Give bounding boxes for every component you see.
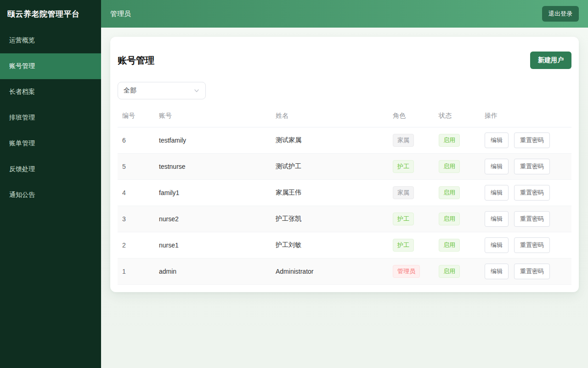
role-badge: 护工 bbox=[393, 239, 414, 252]
sidebar-item-7[interactable]: 通知公告 bbox=[0, 182, 101, 208]
role-filter-value: 全部 bbox=[124, 86, 136, 95]
cell-account: admin bbox=[154, 259, 271, 285]
role-badge: 家属 bbox=[393, 134, 414, 147]
edit-button[interactable]: 编辑 bbox=[485, 185, 509, 201]
column-header: 操作 bbox=[480, 105, 571, 127]
cell-id: 2 bbox=[118, 232, 154, 259]
cell-status: 启用 bbox=[434, 206, 480, 232]
accounts-table: 编号账号姓名角色状态操作 6testfamily测试家属家属启用编辑重置密码5t… bbox=[118, 105, 571, 285]
sidebar-item-5[interactable]: 账单管理 bbox=[0, 131, 101, 156]
filter-row: 全部 bbox=[118, 82, 571, 99]
cell-status: 启用 bbox=[434, 232, 480, 259]
table-row: 2nurse1护工刘敏护工启用编辑重置密码 bbox=[118, 232, 571, 259]
cell-actions: 编辑重置密码 bbox=[480, 180, 571, 206]
status-badge: 启用 bbox=[439, 134, 460, 147]
cell-status: 启用 bbox=[434, 259, 480, 285]
status-badge: 启用 bbox=[439, 213, 460, 225]
cell-status: 启用 bbox=[434, 154, 480, 180]
cell-account: testfamily bbox=[154, 127, 271, 154]
column-header: 姓名 bbox=[271, 105, 388, 127]
cell-name: 测试护工 bbox=[271, 154, 388, 180]
table-row: 6testfamily测试家属家属启用编辑重置密码 bbox=[118, 127, 571, 154]
cell-actions: 编辑重置密码 bbox=[480, 154, 571, 180]
table-row: 4family1家属王伟家属启用编辑重置密码 bbox=[118, 180, 571, 206]
column-header: 角色 bbox=[388, 105, 434, 127]
reset-password-button[interactable]: 重置密码 bbox=[514, 237, 550, 253]
status-badge: 启用 bbox=[439, 239, 460, 252]
status-badge: 启用 bbox=[439, 265, 460, 278]
reset-password-button[interactable]: 重置密码 bbox=[514, 132, 550, 148]
reset-password-button[interactable]: 重置密码 bbox=[514, 159, 550, 174]
cell-id: 5 bbox=[118, 154, 154, 180]
main-panel: 账号管理 新建用户 全部 bbox=[101, 28, 588, 368]
reset-password-button[interactable]: 重置密码 bbox=[514, 185, 550, 201]
status-badge: 启用 bbox=[439, 160, 460, 173]
cell-role: 护工 bbox=[388, 232, 434, 259]
column-header: 编号 bbox=[118, 105, 154, 127]
cell-name: 家属王伟 bbox=[271, 180, 388, 206]
cell-role: 护工 bbox=[388, 154, 434, 180]
sidebar-item-4[interactable]: 排班管理 bbox=[0, 105, 101, 131]
role-badge: 家属 bbox=[393, 186, 414, 199]
cell-actions: 编辑重置密码 bbox=[480, 232, 571, 259]
edit-button[interactable]: 编辑 bbox=[485, 159, 509, 174]
edit-button[interactable]: 编辑 bbox=[485, 132, 509, 148]
table-row: 3nurse2护工张凯护工启用编辑重置密码 bbox=[118, 206, 571, 232]
cell-role: 护工 bbox=[388, 206, 434, 232]
content-area: 管理员 退出登录 账号管理 新建用户 全部 bbox=[101, 0, 588, 368]
account-management-card: 账号管理 新建用户 全部 bbox=[110, 37, 579, 292]
cell-status: 启用 bbox=[434, 180, 480, 206]
page-title: 账号管理 bbox=[118, 54, 154, 67]
cell-account: family1 bbox=[154, 180, 271, 206]
cell-status: 启用 bbox=[434, 127, 480, 154]
cell-account: nurse1 bbox=[154, 232, 271, 259]
cell-actions: 编辑重置密码 bbox=[480, 259, 571, 285]
role-badge: 护工 bbox=[393, 213, 414, 225]
logout-button[interactable]: 退出登录 bbox=[542, 6, 579, 22]
table-header: 编号账号姓名角色状态操作 bbox=[118, 105, 571, 127]
cell-role: 家属 bbox=[388, 180, 434, 206]
edit-button[interactable]: 编辑 bbox=[485, 211, 509, 227]
app-title: 颐云养老院管理平台 bbox=[0, 0, 101, 28]
column-header: 状态 bbox=[434, 105, 480, 127]
cell-name: 护工刘敏 bbox=[271, 232, 388, 259]
table-row: 1adminAdministrator管理员启用编辑重置密码 bbox=[118, 259, 571, 285]
reset-password-button[interactable]: 重置密码 bbox=[514, 264, 550, 279]
cell-name: 测试家属 bbox=[271, 127, 388, 154]
chevron-down-icon bbox=[193, 87, 200, 94]
cell-account: nurse2 bbox=[154, 206, 271, 232]
status-badge: 启用 bbox=[439, 186, 460, 199]
table-row: 5testnurse测试护工护工启用编辑重置密码 bbox=[118, 154, 571, 180]
cell-actions: 编辑重置密码 bbox=[480, 127, 571, 154]
card-header: 账号管理 新建用户 bbox=[118, 44, 571, 73]
current-user-label: 管理员 bbox=[110, 10, 131, 18]
cell-id: 4 bbox=[118, 180, 154, 206]
reset-password-button[interactable]: 重置密码 bbox=[514, 211, 550, 227]
sidebar: 颐云养老院管理平台 运营概览账号管理长者档案排班管理账单管理反馈处理通知公告 bbox=[0, 0, 101, 368]
cell-account: testnurse bbox=[154, 154, 271, 180]
cell-actions: 编辑重置密码 bbox=[480, 206, 571, 232]
cell-name: 护工张凯 bbox=[271, 206, 388, 232]
edit-button[interactable]: 编辑 bbox=[485, 237, 509, 253]
sidebar-item-1[interactable]: 运营概览 bbox=[0, 28, 101, 53]
role-badge: 管理员 bbox=[393, 265, 420, 278]
sidebar-item-2[interactable]: 账号管理 bbox=[0, 53, 101, 79]
cell-id: 1 bbox=[118, 259, 154, 285]
sidebar-item-6[interactable]: 反馈处理 bbox=[0, 156, 101, 182]
cell-role: 家属 bbox=[388, 127, 434, 154]
sidebar-menu: 运营概览账号管理长者档案排班管理账单管理反馈处理通知公告 bbox=[0, 28, 101, 208]
cell-id: 3 bbox=[118, 206, 154, 232]
topbar: 管理员 退出登录 bbox=[101, 0, 588, 28]
cell-role: 管理员 bbox=[388, 259, 434, 285]
edit-button[interactable]: 编辑 bbox=[485, 264, 509, 279]
cell-name: Administrator bbox=[271, 259, 388, 285]
app-layout: 颐云养老院管理平台 运营概览账号管理长者档案排班管理账单管理反馈处理通知公告 管… bbox=[0, 0, 588, 368]
table-header-row: 编号账号姓名角色状态操作 bbox=[118, 105, 571, 127]
table-body: 6testfamily测试家属家属启用编辑重置密码5testnurse测试护工护… bbox=[118, 127, 571, 285]
new-user-button[interactable]: 新建用户 bbox=[530, 52, 571, 69]
column-header: 账号 bbox=[154, 105, 271, 127]
role-badge: 护工 bbox=[393, 160, 414, 173]
cell-id: 6 bbox=[118, 127, 154, 154]
sidebar-item-3[interactable]: 长者档案 bbox=[0, 79, 101, 105]
role-filter-select[interactable]: 全部 bbox=[118, 82, 206, 99]
